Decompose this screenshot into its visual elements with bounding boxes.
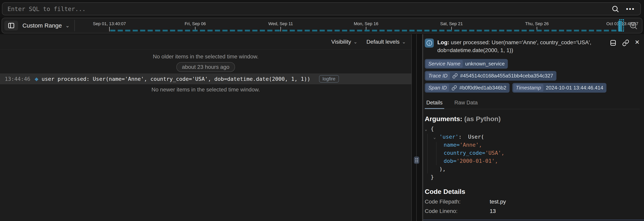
code-line: dob='2000-01-01', xyxy=(425,157,640,165)
log-level-diamond-icon: ◆ xyxy=(35,76,38,82)
link-icon[interactable] xyxy=(452,85,457,91)
no-newer-items-text: No newer items in the selected time wind… xyxy=(0,86,411,93)
arguments-code-tree: ⌄{ ⌄'user': User( name='Anne', country_c… xyxy=(425,125,640,181)
info-icon xyxy=(426,40,432,46)
arguments-title: Arguments: xyxy=(425,115,462,123)
section-divider xyxy=(423,220,644,220)
chevron-down-icon: ⌄ xyxy=(354,39,358,44)
timeline-histogram-baseline xyxy=(110,30,618,31)
code-details-heading: Code Details xyxy=(425,188,640,196)
visibility-label: Visibility xyxy=(331,39,351,45)
timeline-label: Sep 01, 13:40:07 xyxy=(93,21,126,26)
log-message: user processed: User(name='Anne', countr… xyxy=(42,76,310,82)
code-line: ⌄{ xyxy=(425,125,640,133)
close-panel-button[interactable]: ✕ xyxy=(635,39,640,45)
sql-filter-box: ••• xyxy=(2,2,641,15)
timeline-selection-window[interactable] xyxy=(619,19,624,31)
panel-resize-handle[interactable] xyxy=(414,157,419,164)
no-older-items-text: No older items in the selected time wind… xyxy=(0,53,411,60)
badge-label: Trace ID xyxy=(426,72,450,80)
timeline-label: Wed, Sep 11 xyxy=(268,21,293,26)
trace-id-badge: Trace ID #454514c0168a455a51bb4ceba354c3… xyxy=(425,71,556,81)
panel-bottom-icon xyxy=(610,39,617,46)
copy-link-button[interactable] xyxy=(622,39,629,46)
time-range-label: Custom Range xyxy=(22,22,62,29)
default-levels-dropdown[interactable]: Default levels ⌄ xyxy=(366,39,406,45)
code-line: } xyxy=(425,173,640,181)
detail-header: Log: user processed: User(name='Anne', c… xyxy=(425,34,640,54)
badge-label: Service Name xyxy=(426,60,463,68)
link-icon[interactable] xyxy=(452,73,458,79)
info-level-badge xyxy=(425,38,434,48)
more-options-icon[interactable]: ••• xyxy=(626,6,635,12)
code-line: ⌄'user': User( xyxy=(425,133,640,141)
code-lineno-value: 13 xyxy=(490,208,496,214)
code-filepath-value: test.py xyxy=(490,199,506,205)
timeline-bar: Custom Range ⌄ Sep 01, 13:40:07 Fri, Sep… xyxy=(2,18,642,33)
code-line: name='Anne', xyxy=(425,141,640,149)
code-lineno-row: Code Lineno: 13 xyxy=(425,208,640,214)
sql-filter-input[interactable] xyxy=(2,3,611,15)
timeline-label: Mon, Sep 16 xyxy=(354,21,378,26)
timeline-label: Fri, Sep 06 xyxy=(184,21,206,26)
code-lineno-label: Code Lineno: xyxy=(425,208,490,214)
sidebar-panel-icon xyxy=(8,22,15,29)
badge-value: #454514c0168a455a51bb4ceba354c327 xyxy=(460,73,553,79)
log-tag-badge: logfire xyxy=(319,75,339,83)
badge-value: #b0f0d9ed1ab346b2 xyxy=(460,85,506,91)
timeline-label: Sat, Sep 21 xyxy=(440,21,463,26)
code-filepath-label: Code Filepath: xyxy=(425,199,490,205)
badge-value: 2024-10-01 13:44:46.414 xyxy=(546,85,603,91)
timeline-label: Thu, Sep 26 xyxy=(525,21,549,26)
main-area: Visibility ⌄ Default levels ⌄ No older i… xyxy=(0,34,644,221)
code-filepath-row: Code Filepath: test.py xyxy=(425,199,640,205)
time-range-dropdown[interactable]: Custom Range ⌄ xyxy=(22,22,70,29)
arguments-subtitle: (as Python) xyxy=(464,115,501,123)
top-bar: ••• xyxy=(0,0,644,17)
time-ago-badge: about 23 hours ago xyxy=(176,62,235,72)
span-id-badge: Span ID #b0f0d9ed1ab346b2 xyxy=(425,83,510,93)
indent-guide xyxy=(428,134,428,173)
gutter-line xyxy=(416,34,417,221)
timestamp-badge: Timestamp 2024-10-01 13:44:46.414 xyxy=(512,83,606,93)
service-name-badge: Service Name unknown_service xyxy=(425,59,508,69)
log-detail-panel: Log: user processed: User(name='Anne', c… xyxy=(422,34,644,221)
tab-details[interactable]: Details xyxy=(425,98,444,109)
default-levels-label: Default levels xyxy=(366,39,400,45)
metadata-badges: Service Name unknown_service Trace ID #4… xyxy=(425,59,640,93)
logs-panel: Visibility ⌄ Default levels ⌄ No older i… xyxy=(0,34,412,221)
dock-panel-button[interactable] xyxy=(610,39,617,46)
sidebar-toggle-button[interactable] xyxy=(4,21,18,30)
close-icon: ✕ xyxy=(635,39,640,45)
badge-label: Span ID xyxy=(426,84,449,92)
log-timestamp: 13:44:46 xyxy=(5,76,30,82)
log-row[interactable]: 13:44:46 ◆ user processed: User(name='An… xyxy=(0,73,411,84)
code-line: country_code='USA', xyxy=(425,149,640,157)
collapse-icon[interactable]: ⌄ xyxy=(434,133,439,141)
collapse-icon[interactable]: ⌄ xyxy=(425,125,431,133)
timeline-tick xyxy=(109,27,110,31)
tab-raw-data[interactable]: Raw Data xyxy=(453,98,480,109)
logs-toolbar: Visibility ⌄ Default levels ⌄ xyxy=(0,34,411,49)
chevron-down-icon: ⌄ xyxy=(65,23,70,28)
arguments-heading: Arguments:(as Python) xyxy=(425,115,640,123)
chevron-down-icon: ⌄ xyxy=(402,39,406,44)
visibility-dropdown[interactable]: Visibility ⌄ xyxy=(331,39,358,45)
timeline-chart[interactable]: Sep 01, 13:40:07 Fri, Sep 06 Wed, Sep 11… xyxy=(75,18,627,33)
code-line: ), xyxy=(425,165,640,173)
detail-title: Log: user processed: User(name='Anne', c… xyxy=(437,38,610,54)
detail-kind-label: Log: xyxy=(437,39,449,45)
badge-value: unknown_service xyxy=(465,61,505,67)
search-icon[interactable] xyxy=(611,5,619,13)
badge-label: Timestamp xyxy=(514,84,544,92)
detail-title-text: user processed: User(name='Anne', countr… xyxy=(437,39,591,53)
detail-tabs: Details Raw Data xyxy=(425,98,640,109)
panel-resize-gutter xyxy=(412,34,422,221)
link-icon xyxy=(622,39,629,46)
